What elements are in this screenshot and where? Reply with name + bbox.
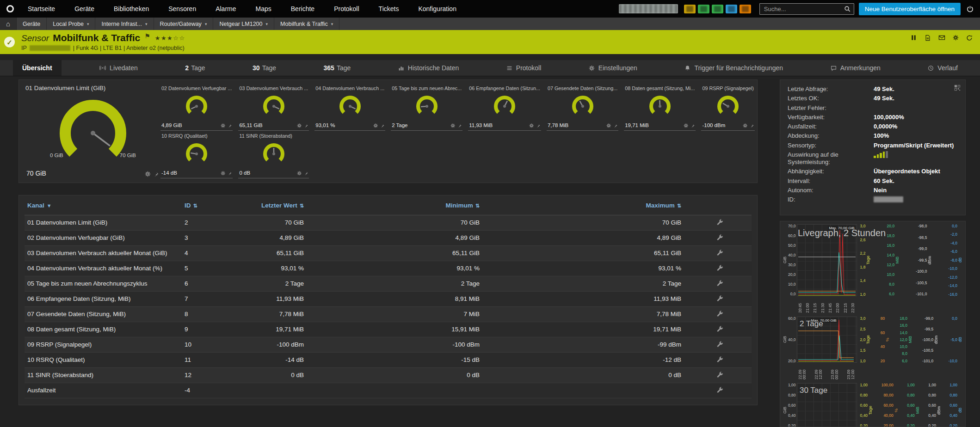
channel-name-cell[interactable]: 03 Datenvolumen Verbrauch aktueller Mona… — [25, 245, 182, 261]
nav-item-bibliotheken[interactable]: Bibliotheken — [104, 0, 159, 18]
channel-gauge-04-datenvolumen-verbrauch[interactable]: 04 Datenvolumen Verbrauch ...93,01 % — [314, 85, 385, 131]
open-new-ui-button[interactable]: Neue Benutzeroberfläche öffnen — [859, 3, 961, 15]
status-badge-5[interactable] — [740, 5, 751, 13]
settings-icon[interactable] — [953, 35, 959, 41]
channel-name-cell[interactable]: 11 SINR (Stoerabstand) — [25, 367, 182, 383]
graph-plot[interactable]: Max. 70,00 GiB — [797, 224, 857, 296]
channel-name-cell[interactable]: 01 Datenvolumen Limit (GiB) — [25, 215, 182, 230]
channel-settings-wrench-icon[interactable] — [716, 325, 723, 332]
refresh-icon[interactable] — [966, 35, 973, 41]
priority-stars[interactable]: ★★★☆☆ — [155, 35, 185, 42]
channel-name-cell[interactable]: Ausfallzeit — [25, 383, 182, 398]
channel-gauge-02-datenvolumen-verfuegbar[interactable]: 02 Datenvolumen Verfuegbar ...4,89 GiB — [160, 85, 233, 131]
breadcrumb-item-geräte[interactable]: Geräte — [17, 18, 47, 30]
channel-gauge-08-daten-gesamt-sitzung-mi[interactable]: 08 Daten gesamt (Sitzung, Mi...19,71 MiB — [624, 85, 696, 131]
gauge-settings-icon[interactable] — [297, 170, 302, 176]
channel-settings-wrench-icon[interactable] — [716, 249, 723, 256]
graph-plot[interactable]: Max. 0,000 GiB — [797, 383, 857, 427]
gauge-pin-icon[interactable] — [691, 123, 695, 128]
channel-name-cell[interactable]: 10 RSRQ (Qualitaet) — [25, 352, 182, 367]
nav-item-sensoren[interactable]: Sensoren — [159, 0, 206, 18]
channel-settings-wrench-icon[interactable] — [716, 310, 723, 317]
channel-gauge-05-tage-bis-zum-neuen-abrec[interactable]: 05 Tage bis zum neuen Abrec...2 Tage — [391, 85, 462, 131]
nav-item-protokoll[interactable]: Protokoll — [324, 0, 369, 18]
gauge-pin-icon[interactable] — [458, 123, 462, 128]
gauge-pin-icon[interactable] — [304, 171, 308, 175]
pause-sensor-icon[interactable] — [910, 34, 917, 41]
tab-365-tage[interactable]: 365Tage — [314, 60, 360, 76]
gauge-settings-icon[interactable] — [221, 170, 225, 176]
gauge-pin-icon[interactable] — [304, 123, 308, 128]
tab-trigger-für-benachrichtigungen[interactable]: Trigger für Benachrichtigungen — [675, 60, 792, 76]
channel-gauge-03-datenvolumen-verbrauch[interactable]: 03 Datenvolumen Verbrauch ...65,11 GiB — [238, 85, 309, 131]
tab-protokoll[interactable]: Protokoll — [497, 60, 550, 76]
status-badge-4[interactable] — [726, 5, 737, 13]
nav-item-alarme[interactable]: Alarme — [206, 0, 246, 18]
gauge-settings-icon[interactable] — [221, 122, 225, 128]
column-header-maximum[interactable]: Maximum⇅ — [482, 196, 684, 215]
channel-name-cell[interactable]: 05 Tage bis zum neuen Abrechnungszyklus — [25, 276, 182, 291]
breadcrumb-item-interne-infrast[interactable]: Interne Infrast...▾ — [95, 18, 154, 30]
gauge-settings-icon[interactable] — [297, 122, 302, 128]
channel-settings-wrench-icon[interactable] — [716, 280, 723, 287]
gauge-pin-icon[interactable] — [228, 123, 232, 128]
logout-power-icon[interactable] — [967, 6, 974, 12]
column-header-id[interactable]: ID⇅ — [182, 196, 251, 215]
tab-übersicht[interactable]: Übersicht — [13, 60, 62, 76]
search-input[interactable] — [763, 5, 844, 13]
gauge-settings-icon[interactable] — [450, 122, 455, 128]
channel-name-cell[interactable]: 09 RSRP (Signalpegel) — [25, 337, 182, 352]
status-badge-1[interactable] — [684, 5, 696, 13]
breadcrumb-item-local-probe[interactable]: Local Probe▾ — [47, 18, 95, 30]
email-icon[interactable] — [938, 34, 945, 41]
gauge-settings-icon[interactable] — [606, 122, 611, 128]
gauge-settings-icon[interactable] — [373, 122, 378, 128]
channel-gauge-10-rsrq-qualitaet[interactable]: 10 RSRQ (Qualitaet)-14 dB — [160, 133, 233, 178]
channel-name-cell[interactable]: 02 Datenvolumen Verfuegbar (GiB) — [25, 230, 182, 245]
column-header-kanal[interactable]: Kanal▼ — [25, 196, 182, 215]
gauge-pin-icon[interactable] — [536, 123, 540, 128]
nav-item-startseite[interactable]: Startseite — [18, 0, 65, 18]
channel-gauge-07-gesendete-daten-sitzung[interactable]: 07 Gesendete Daten (Sitzung...7,78 MiB — [547, 85, 618, 131]
channel-name-cell[interactable]: 08 Daten gesamt (Sitzung, MiB) — [25, 322, 182, 337]
breadcrumb-item-router-gateway[interactable]: Router/Gateway▾ — [154, 18, 214, 30]
channel-name-cell[interactable]: 07 Gesendete Daten (Sitzung, MiB) — [25, 306, 182, 322]
gauge-pin-icon[interactable] — [614, 123, 617, 128]
channel-name-cell[interactable]: 04 Datenvolumen Verbrauch aktueller Mona… — [25, 261, 182, 276]
gauge-settings-icon[interactable] — [145, 168, 151, 177]
tab-einstellungen[interactable]: Einstellungen — [579, 60, 647, 76]
gauge-pin-icon[interactable] — [750, 123, 754, 128]
channel-settings-wrench-icon[interactable] — [716, 219, 723, 226]
nav-item-geräte[interactable]: Geräte — [65, 0, 104, 18]
nav-item-maps[interactable]: Maps — [246, 0, 281, 18]
gauge-settings-icon[interactable] — [529, 122, 534, 128]
tab-30-tage[interactable]: 30Tage — [243, 60, 285, 76]
tab-historische-daten[interactable]: Historische Daten — [389, 60, 468, 76]
column-header-minimum[interactable]: Minimum⇅ — [307, 196, 482, 215]
channel-settings-wrench-icon[interactable] — [716, 386, 723, 393]
qr-code-icon[interactable] — [954, 85, 961, 91]
home-icon[interactable]: ⌂ — [0, 18, 17, 30]
status-badge-3[interactable] — [712, 5, 723, 13]
status-badge-2[interactable] — [698, 5, 709, 13]
search-icon[interactable] — [844, 6, 851, 12]
breadcrumb-item-mobilfunk-traffic[interactable]: Mobilfunk & Traffic▾ — [274, 18, 339, 30]
graph-plot[interactable]: Max. 70,00 GiB — [797, 317, 857, 363]
channel-settings-wrench-icon[interactable] — [716, 264, 723, 271]
flag-icon[interactable]: ⚑ — [144, 33, 150, 40]
gauge-pin-icon[interactable] — [154, 169, 159, 177]
channel-settings-wrench-icon[interactable] — [716, 295, 723, 302]
breadcrumb-item-netgear-lm1200[interactable]: Netgear LM1200▾ — [213, 18, 274, 30]
nav-item-berichte[interactable]: Berichte — [281, 0, 324, 18]
channel-name-cell[interactable]: 06 Empfangene Daten (Sitzung, MiB) — [25, 291, 182, 306]
channel-gauge-09-rsrp-signalpegel[interactable]: 09 RSRP (Signalpegel)-100 dBm — [701, 85, 754, 131]
channel-settings-wrench-icon[interactable] — [716, 371, 723, 378]
channel-gauge-11-sinr-stoerabstand[interactable]: 11 SINR (Stoerabstand)0 dB — [238, 133, 309, 178]
channel-settings-wrench-icon[interactable] — [716, 356, 723, 363]
tab-anmerkungen[interactable]: Anmerkungen — [821, 60, 890, 76]
tab-2-tage[interactable]: 2Tage — [176, 60, 214, 76]
column-header-letzter-wert[interactable]: Letzter Wert⇅ — [251, 196, 307, 215]
tab-livedaten[interactable]: Livedaten — [90, 60, 147, 76]
nav-item-tickets[interactable]: Tickets — [369, 0, 409, 18]
gauge-pin-icon[interactable] — [381, 123, 384, 128]
